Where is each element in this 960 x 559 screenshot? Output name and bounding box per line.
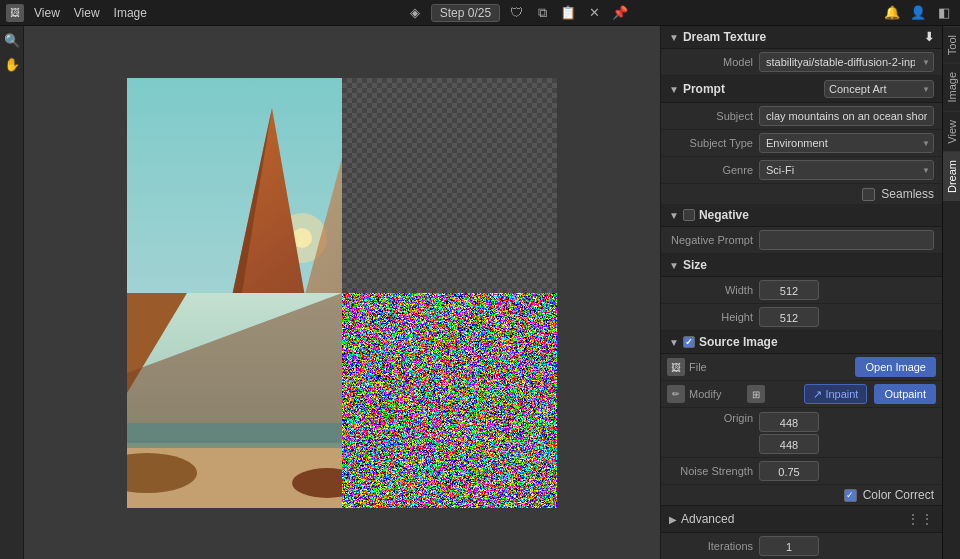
height-row: Height 512 <box>661 304 942 331</box>
topbar-menu: View View Image <box>28 4 153 22</box>
hand-icon[interactable]: ✋ <box>2 54 22 74</box>
tab-view[interactable]: View <box>943 111 960 152</box>
width-label: Width <box>669 284 759 296</box>
copy-icon[interactable]: ⧉ <box>532 3 552 23</box>
subject-row: Subject <box>661 103 942 130</box>
layout-icon[interactable]: ◧ <box>934 3 954 23</box>
canvas-noise <box>342 293 557 508</box>
subject-type-row: Subject Type Environment Character Objec… <box>661 130 942 157</box>
seamless-label: Seamless <box>881 187 934 201</box>
negative-prompt-input[interactable] <box>759 230 934 250</box>
iterations-row: Iterations 1 <box>661 533 942 559</box>
model-label: Model <box>669 56 759 68</box>
collapse-arrow-source: ▼ <box>669 337 679 348</box>
color-correct-checkbox[interactable] <box>844 489 857 502</box>
model-select-wrapper: stabilityai/stable-diffusion-2-inp... ▼ <box>759 52 934 72</box>
menu-view1[interactable]: View <box>28 4 66 22</box>
seamless-checkbox[interactable] <box>862 188 875 201</box>
iterations-value[interactable]: 1 <box>759 536 819 556</box>
origin-label: Origin <box>669 412 759 424</box>
subject-input[interactable] <box>759 106 934 126</box>
source-modify-row: ✏ Modify ⊞ ↗ Inpaint Outpaint <box>661 381 942 408</box>
genre-select[interactable]: Sci-Fi Fantasy Realistic <box>759 160 934 180</box>
tab-dream[interactable]: Dream <box>943 151 960 201</box>
origin-x[interactable]: 448 <box>759 412 819 432</box>
canvas-area <box>24 26 660 559</box>
modify-icon: ✏ <box>667 385 685 403</box>
download-icon[interactable]: ⬇ <box>924 30 934 44</box>
topbar-right: 🔔 👤 ◧ <box>882 3 954 23</box>
dream-texture-header[interactable]: ▼ Dream Texture ⬇ <box>661 26 942 49</box>
svg-rect-15 <box>127 423 342 448</box>
genre-wrapper: Sci-Fi Fantasy Realistic ▼ <box>759 160 934 180</box>
negative-enable-checkbox[interactable] <box>683 209 695 221</box>
model-row: Model stabilityai/stable-diffusion-2-inp… <box>661 49 942 76</box>
advanced-header[interactable]: ▶ Advanced ⋮⋮ <box>661 505 942 533</box>
search-icon[interactable]: 🔍 <box>2 30 22 50</box>
modify-icon2: ⊞ <box>747 385 765 403</box>
negative-prompt-row: Negative Prompt <box>661 227 942 254</box>
source-image-enable-checkbox[interactable] <box>683 336 695 348</box>
source-image-header[interactable]: ▼ Source Image <box>661 331 942 354</box>
topbar: 🖼 View View Image ◈ Step 0/25 🛡 ⧉ 📋 ✕ 📌 … <box>0 0 960 26</box>
outpaint-button[interactable]: Outpaint <box>874 384 936 404</box>
open-image-button[interactable]: Open Image <box>855 357 936 377</box>
seamless-row: Seamless <box>661 184 942 204</box>
subject-type-label: Subject Type <box>669 137 759 149</box>
canvas-toolbar: 🔍 ✋ <box>0 26 24 559</box>
iterations-label: Iterations <box>669 540 759 552</box>
prompt-label: Prompt <box>683 82 725 96</box>
origin-row: Origin 448 448 <box>661 408 942 458</box>
main-area: 🔍 ✋ <box>0 26 960 559</box>
user-icon[interactable]: 👤 <box>908 3 928 23</box>
canvas-painting-bottomleft <box>127 293 342 508</box>
prompt-header[interactable]: ▼ Prompt Concept Art ▼ <box>661 76 942 103</box>
height-label: Height <box>669 311 759 323</box>
panel-tabs: Tool Image View Dream <box>942 26 960 559</box>
tab-tool[interactable]: Tool <box>943 26 960 63</box>
collapse-arrow-dream: ▼ <box>669 32 679 43</box>
menu-view2[interactable]: View <box>68 4 106 22</box>
step-label: Step 0/25 <box>440 6 491 20</box>
origin-y[interactable]: 448 <box>759 434 819 454</box>
step-badge: Step 0/25 <box>431 4 500 22</box>
source-image-label: Source Image <box>699 335 778 349</box>
inpaint-button[interactable]: ↗ Inpaint <box>804 384 867 404</box>
advanced-menu-icon[interactable]: ⋮⋮ <box>906 511 934 527</box>
source-file-label: File <box>689 361 739 373</box>
subject-label: Subject <box>669 110 759 122</box>
noise-strength-value[interactable]: 0.75 <box>759 461 819 481</box>
close-x-icon[interactable]: ✕ <box>584 3 604 23</box>
pin-icon[interactable]: 📌 <box>610 3 630 23</box>
tab-image[interactable]: Image <box>943 63 960 111</box>
app-icon: 🖼 <box>6 4 24 22</box>
menu-image[interactable]: Image <box>108 4 153 22</box>
height-value[interactable]: 512 <box>759 307 819 327</box>
negative-label: Negative <box>699 208 749 222</box>
noise-strength-label: Noise Strength <box>669 465 759 477</box>
preset-select[interactable]: Concept Art <box>824 80 934 98</box>
negative-header[interactable]: ▼ Negative <box>661 204 942 227</box>
shield-icon[interactable]: 🛡 <box>506 3 526 23</box>
right-panel: ▼ Dream Texture ⬇ Model stabilityai/stab… <box>660 26 960 559</box>
size-label: Size <box>683 258 707 272</box>
image-canvas <box>127 78 557 508</box>
collapse-arrow-size: ▼ <box>669 260 679 271</box>
panel-title: Dream Texture <box>683 30 766 44</box>
paste-icon[interactable]: 📋 <box>558 3 578 23</box>
size-header[interactable]: ▼ Size <box>661 254 942 277</box>
noise-strength-row: Noise Strength 0.75 <box>661 458 942 485</box>
source-file-icon: 🖼 <box>667 358 685 376</box>
color-correct-row: Color Correct <box>661 485 942 505</box>
panel-content: ▼ Dream Texture ⬇ Model stabilityai/stab… <box>661 26 942 559</box>
canvas-transparent-topright <box>342 78 557 293</box>
genre-label: Genre <box>669 164 759 176</box>
width-value[interactable]: 512 <box>759 280 819 300</box>
model-select[interactable]: stabilityai/stable-diffusion-2-inp... <box>759 52 934 72</box>
negative-prompt-label: Negative Prompt <box>669 234 759 246</box>
collapse-arrow-advanced: ▶ <box>669 514 677 525</box>
subject-type-select[interactable]: Environment Character Object <box>759 133 934 153</box>
source-file-row: 🖼 File Open Image <box>661 354 942 381</box>
bell-icon[interactable]: 🔔 <box>882 3 902 23</box>
origin-values: 448 448 <box>759 412 819 454</box>
